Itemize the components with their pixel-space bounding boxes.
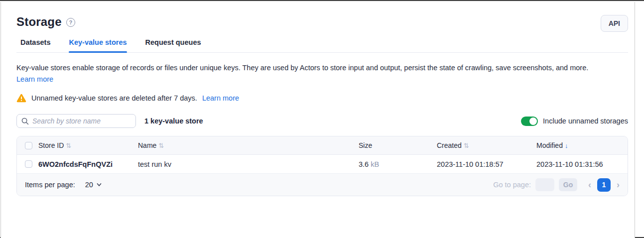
- go-to-page-input[interactable]: [535, 178, 554, 191]
- description-learn-more-link[interactable]: Learn more: [16, 75, 53, 83]
- include-unnamed-toggle[interactable]: [521, 117, 538, 126]
- sort-icon[interactable]: ⇅: [66, 142, 71, 149]
- window-frame: Storage ? API Datasets Key-value stores …: [0, 0, 644, 238]
- table-header-row: Store ID⇅ Name⇅ Size Created⇅ Modified↓: [17, 136, 628, 155]
- search-box[interactable]: [16, 114, 136, 128]
- page-header: Storage ? API: [16, 15, 628, 32]
- tab-request-queues[interactable]: Request queues: [145, 38, 201, 52]
- column-header-size: Size: [359, 141, 437, 149]
- sort-icon[interactable]: ⇅: [158, 142, 164, 149]
- search-input[interactable]: [32, 117, 131, 125]
- toggle-knob: [529, 118, 537, 125]
- warning-triangle-icon: [16, 94, 26, 103]
- description-text: Key-value stores enable storage of recor…: [16, 63, 628, 73]
- go-to-page-label: Go to page:: [493, 181, 531, 189]
- tab-key-value-stores[interactable]: Key-value stores: [69, 38, 127, 52]
- column-header-store-id[interactable]: Store ID⇅: [38, 141, 138, 149]
- include-unnamed-toggle-label: Include unnamed storages: [543, 117, 628, 125]
- prev-page-icon[interactable]: ‹: [588, 180, 591, 189]
- row-created: 2023-11-10 01:18:57: [437, 160, 536, 168]
- row-store-id[interactable]: 6WO2nfcdsFqFnQVZi: [38, 160, 138, 168]
- column-header-created[interactable]: Created⇅: [437, 141, 536, 149]
- warning-text: Unnamed key-value stores are deleted aft…: [31, 94, 197, 102]
- search-icon: [21, 118, 29, 125]
- store-count-label: 1 key-value store: [144, 117, 203, 125]
- tab-datasets[interactable]: Datasets: [20, 38, 50, 52]
- warning-learn-more-link[interactable]: Learn more: [202, 94, 239, 102]
- current-page-button[interactable]: 1: [597, 178, 611, 192]
- chevron-down-icon: [97, 182, 102, 187]
- go-button[interactable]: Go: [559, 178, 577, 191]
- select-all-checkbox[interactable]: [25, 142, 32, 149]
- row-checkbox[interactable]: [25, 160, 32, 168]
- table-footer: Items per page: 20 Go to page: Go ‹ 1 ›: [17, 174, 628, 196]
- row-modified: 2023-11-10 01:31:56: [536, 160, 620, 168]
- items-per-page-label: Items per page:: [25, 181, 75, 189]
- storage-page: Storage ? API Datasets Key-value stores …: [0, 2, 635, 238]
- table-row[interactable]: 6WO2nfcdsFqFnQVZi test run kv 3.6 kB 202…: [17, 155, 628, 174]
- warning-banner: Unnamed key-value stores are deleted aft…: [16, 94, 628, 103]
- size-unit: kB: [371, 160, 379, 168]
- column-header-modified[interactable]: Modified↓: [536, 141, 620, 149]
- sort-desc-icon[interactable]: ↓: [565, 142, 568, 149]
- sort-icon[interactable]: ⇅: [464, 142, 469, 149]
- row-name[interactable]: test run kv: [138, 160, 359, 168]
- api-button[interactable]: API: [601, 15, 628, 32]
- items-per-page-select[interactable]: 20: [85, 181, 102, 189]
- key-value-stores-table: Store ID⇅ Name⇅ Size Created⇅ Modified↓ …: [16, 136, 628, 196]
- page-title: Storage: [16, 15, 62, 29]
- next-page-icon[interactable]: ›: [617, 180, 620, 189]
- storage-tabs: Datasets Key-value stores Request queues: [16, 38, 628, 53]
- row-size: 3.6 kB: [359, 160, 437, 168]
- toolbar: 1 key-value store Include unnamed storag…: [16, 114, 628, 128]
- column-header-name[interactable]: Name⇅: [138, 141, 359, 149]
- help-icon[interactable]: ?: [66, 18, 75, 27]
